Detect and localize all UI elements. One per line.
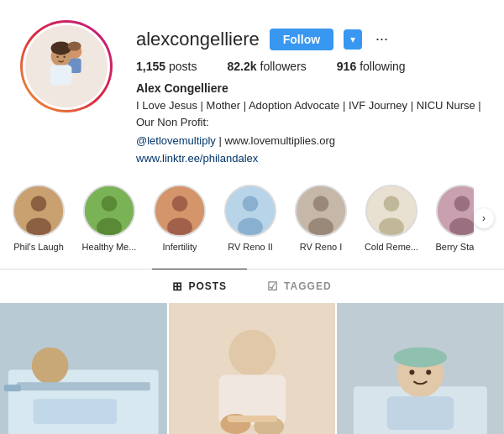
bio-url-text: | www.lovemultiplies.org — [218, 134, 334, 147]
bio-name: Alex Congelliere — [136, 81, 484, 95]
story-item-1[interactable]: Healthy Me... — [81, 185, 138, 252]
avatar-container — [20, 20, 113, 112]
story-label-0: Phil's Laugh — [13, 242, 64, 252]
svg-rect-33 — [17, 382, 150, 390]
svg-rect-48 — [387, 396, 454, 430]
profile-info: alexcongelliere Follow ▾ ··· 1,155 posts… — [136, 20, 484, 165]
story-item-5[interactable]: Cold Reme... — [363, 185, 420, 252]
followers-count: 82.2k — [228, 60, 257, 73]
story-label-1: Healthy Me... — [82, 242, 137, 252]
story-circle-2 — [154, 185, 206, 237]
stories-scroll: Phil's Laugh Healthy Me... Infertility R… — [10, 185, 474, 252]
bio-website-link[interactable]: www.linktr.ee/philandalex — [136, 152, 484, 165]
tagged-icon: ☑ — [267, 280, 279, 293]
svg-rect-41 — [227, 416, 277, 422]
follow-button[interactable]: Follow — [270, 29, 333, 50]
posts-stat[interactable]: 1,155 posts — [136, 60, 197, 73]
story-circle-3 — [224, 185, 276, 237]
tab-tagged[interactable]: ☑ TAGGED — [247, 269, 351, 303]
svg-point-6 — [68, 41, 81, 50]
stats-row: 1,155 posts 82.2k followers 916 followin… — [136, 60, 484, 73]
username: alexcongelliere — [136, 29, 260, 50]
following-stat[interactable]: 916 following — [337, 60, 406, 73]
story-item-3[interactable]: RV Reno II — [222, 185, 279, 252]
svg-point-10 — [31, 196, 47, 212]
following-count: 916 — [337, 60, 356, 73]
svg-point-46 — [410, 369, 415, 374]
story-circle-0 — [13, 185, 65, 237]
story-item-0[interactable]: Phil's Laugh — [10, 185, 67, 252]
avatar — [23, 23, 110, 110]
bio-section: Alex Congelliere I Love Jesus | Mother |… — [136, 81, 484, 165]
tab-tagged-label: TAGGED — [284, 280, 331, 292]
svg-point-25 — [384, 196, 400, 212]
story-label-3: RV Reno II — [228, 242, 273, 252]
dropdown-button[interactable]: ▾ — [344, 29, 362, 50]
table-row[interactable] — [337, 303, 504, 435]
more-options-button[interactable]: ··· — [372, 27, 391, 51]
stories-section: Phil's Laugh Healthy Me... Infertility R… — [0, 178, 504, 255]
svg-rect-34 — [34, 399, 117, 424]
svg-point-47 — [427, 369, 432, 374]
svg-rect-35 — [4, 384, 21, 391]
posts-grid-icon: ⊞ — [172, 280, 183, 293]
followers-label: followers — [260, 60, 307, 73]
svg-point-19 — [243, 196, 259, 212]
story-item-4[interactable]: RV Reno I — [292, 185, 349, 252]
story-label-4: RV Reno I — [300, 242, 343, 252]
following-label: following — [360, 60, 405, 73]
story-label-2: Infertility — [163, 242, 197, 252]
svg-rect-4 — [50, 65, 72, 85]
table-row[interactable] — [0, 303, 167, 435]
tab-posts-label: POSTS — [188, 280, 227, 292]
story-circle-5 — [365, 185, 417, 237]
story-item-2[interactable]: Infertility — [151, 185, 208, 252]
posts-count: 1,155 — [136, 60, 165, 73]
tabs-section: ⊞ POSTS ☑ TAGGED — [0, 269, 504, 303]
svg-point-28 — [454, 196, 470, 212]
story-circle-4 — [295, 185, 347, 237]
table-row[interactable] — [169, 303, 336, 435]
svg-point-5 — [51, 41, 71, 55]
posts-label: posts — [169, 60, 197, 73]
story-circle-6 — [436, 185, 474, 237]
tab-posts[interactable]: ⊞ POSTS — [152, 269, 247, 303]
svg-point-16 — [172, 196, 188, 212]
story-circle-1 — [83, 185, 135, 237]
stories-chevron-button[interactable]: › — [474, 208, 494, 228]
svg-point-8 — [63, 56, 65, 58]
profile-header: alexcongelliere Follow ▾ ··· 1,155 posts… — [0, 0, 504, 178]
username-row: alexcongelliere Follow ▾ ··· — [136, 27, 484, 51]
svg-point-13 — [102, 196, 118, 212]
svg-point-22 — [313, 196, 329, 212]
bio-handle: @letlovemultiply | www.lovemultiplies.or… — [136, 133, 484, 149]
svg-point-32 — [32, 347, 69, 384]
svg-point-37 — [228, 329, 276, 376]
bio-text: I Love Jesus | Mother | Adoption Advocat… — [136, 97, 484, 130]
story-label-6: Berry Stains! — [436, 242, 474, 252]
story-item-6[interactable]: Berry Stains! — [433, 185, 474, 252]
story-label-5: Cold Reme... — [365, 242, 418, 252]
bio-handle-link[interactable]: @letlovemultiply — [136, 134, 216, 147]
posts-grid — [0, 303, 504, 435]
svg-point-7 — [56, 56, 58, 58]
followers-stat[interactable]: 82.2k followers — [228, 60, 307, 73]
svg-point-45 — [394, 347, 448, 367]
